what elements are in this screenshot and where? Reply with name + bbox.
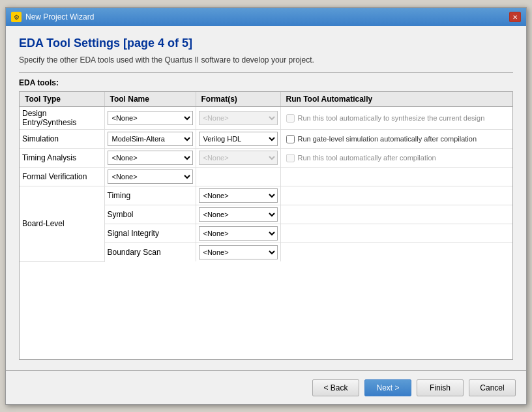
table-row: Simulation <None> ModelSim-Altera Verilo… [20, 130, 512, 149]
close-button[interactable]: ✕ [509, 12, 521, 22]
formats-select-board-symbol[interactable]: <None> [199, 207, 278, 222]
auto-checkbox-row: Run gate-level simulation automatically … [284, 135, 510, 143]
description: Specify the other EDA tools used with th… [19, 55, 513, 65]
formats-select-board-signal[interactable]: <None> [199, 226, 278, 241]
auto-cell [280, 243, 512, 262]
board-level-name-signal: Signal Integrity [104, 224, 196, 243]
auto-label-synthesis: Run this tool automatically to synthesiz… [298, 114, 485, 122]
formats-select-timing[interactable]: <None> [199, 151, 278, 165]
auto-checkbox-synthesis[interactable] [286, 114, 295, 123]
footer: < Back Next > Finish Cancel [6, 370, 526, 404]
content-area: EDA Tool Settings [page 4 of 5] Specify … [6, 26, 526, 370]
board-level-name-timing: Timing [104, 186, 196, 205]
formats-cell: <None> [196, 243, 280, 262]
title-bar: ⚙ New Project Wizard ✕ [6, 8, 526, 26]
tool-name-select-formal[interactable]: <None> [108, 169, 193, 184]
formats-cell: <None> [196, 186, 280, 205]
board-level-type-cell: Board-Level [20, 186, 104, 262]
tool-name-cell: <None> ModelSim-Altera [104, 130, 196, 149]
auto-cell: Run this tool automatically to synthesiz… [280, 107, 512, 130]
formats-cell [196, 168, 280, 186]
window-title: New Project Wizard [25, 12, 94, 22]
tool-name-select-simulation[interactable]: <None> ModelSim-Altera [108, 132, 193, 146]
auto-checkbox-row: Run this tool automatically after compil… [284, 154, 510, 162]
board-level-name-symbol: Symbol [104, 205, 196, 224]
auto-label-simulation: Run gate-level simulation automatically … [298, 135, 477, 143]
tool-type-cell: Design Entry/Synthesis [20, 107, 104, 130]
tool-name-select-timing[interactable]: <None> [108, 151, 193, 165]
formats-select-simulation[interactable]: Verilog HDL VHDL [199, 132, 278, 146]
auto-label-timing: Run this tool automatically after compil… [298, 154, 436, 162]
auto-cell: Run this tool automatically after compil… [280, 149, 512, 168]
auto-cell [280, 186, 512, 205]
formats-cell: <None> [196, 107, 280, 130]
section-label: EDA tools: [19, 78, 513, 87]
header-auto: Run Tool Automatically [280, 92, 512, 107]
page-title: EDA Tool Settings [page 4 of 5] [19, 37, 513, 50]
divider [19, 72, 513, 73]
formats-select-board-boundary[interactable]: <None> [199, 245, 278, 259]
eda-table: Tool Type Tool Name Format(s) Run Tool A… [20, 92, 512, 262]
formats-cell: <None> [196, 149, 280, 168]
finish-button[interactable]: Finish [417, 379, 464, 396]
auto-checkbox-timing[interactable] [286, 154, 295, 162]
table-row: Formal Verification <None> [20, 168, 512, 186]
auto-cell [280, 205, 512, 224]
formats-cell: <None> [196, 224, 280, 243]
header-tool-name: Tool Name [104, 92, 196, 107]
table-header-row: Tool Type Tool Name Format(s) Run Tool A… [20, 92, 512, 107]
next-button[interactable]: Next > [364, 379, 411, 396]
board-level-name-boundary: Boundary Scan [104, 243, 196, 262]
tool-type-cell: Timing Analysis [20, 149, 104, 168]
auto-checkbox-row: Run this tool automatically to synthesiz… [284, 114, 510, 123]
table-row: Design Entry/Synthesis <None> <None> [20, 107, 512, 130]
cancel-button[interactable]: Cancel [469, 379, 516, 396]
tool-type-cell: Simulation [20, 130, 104, 149]
auto-checkbox-simulation[interactable] [286, 135, 295, 143]
auto-cell [280, 168, 512, 186]
formats-cell: Verilog HDL VHDL [196, 130, 280, 149]
auto-cell [280, 224, 512, 243]
formats-select-board-timing[interactable]: <None> [199, 188, 278, 203]
formats-cell: <None> [196, 205, 280, 224]
title-bar-left: ⚙ New Project Wizard [11, 12, 94, 22]
tool-name-cell: <None> [104, 149, 196, 168]
tool-type-cell: Formal Verification [20, 168, 104, 186]
eda-table-container: Tool Type Tool Name Format(s) Run Tool A… [19, 91, 513, 360]
back-button[interactable]: < Back [312, 379, 359, 396]
formats-select-synthesis[interactable]: <None> [199, 111, 278, 125]
table-row: Board-Level Timing <None> [20, 186, 512, 205]
table-row: Timing Analysis <None> <None> [20, 149, 512, 168]
tool-name-select-synthesis[interactable]: <None> [108, 111, 193, 125]
tool-name-cell: <None> [104, 168, 196, 186]
auto-cell: Run gate-level simulation automatically … [280, 130, 512, 149]
tool-name-cell: <None> [104, 107, 196, 130]
header-formats: Format(s) [196, 92, 280, 107]
header-tool-type: Tool Type [20, 92, 104, 107]
window-icon: ⚙ [11, 12, 22, 22]
main-window: ⚙ New Project Wizard ✕ EDA Tool Settings… [5, 7, 527, 405]
